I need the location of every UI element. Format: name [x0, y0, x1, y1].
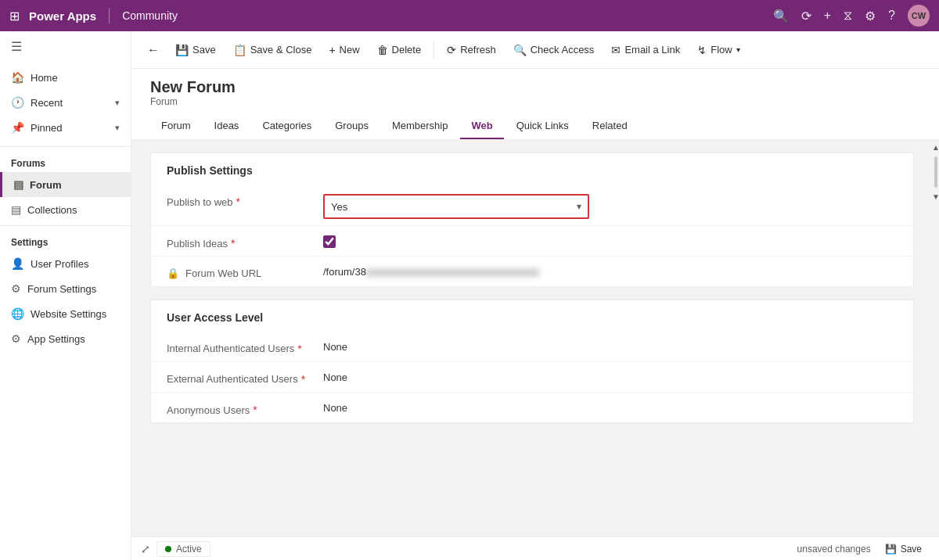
delete-button[interactable]: 🗑 Delete	[369, 40, 430, 60]
scroll-down-arrow[interactable]: ▼	[930, 191, 939, 203]
settings-icon[interactable]: ⚙	[865, 9, 876, 23]
save-label: Save	[192, 44, 216, 56]
waffle-icon[interactable]: ⊞	[9, 9, 20, 23]
forums-group-label: Forums	[0, 150, 131, 172]
sidebar-item-label: Forum	[30, 179, 61, 191]
lock-icon: 🔒	[167, 267, 179, 279]
forum-web-url-row: 🔒 Forum Web URL /forum/38xxxxxxxxxxxxxxx…	[151, 257, 913, 286]
publish-settings-card: Publish Settings Publish to web * Yes ▾	[150, 153, 914, 287]
user-icon: 👤	[11, 257, 24, 270]
tab-membership[interactable]: Membership	[381, 113, 459, 139]
scroll-up-arrow[interactable]: ▲	[930, 142, 939, 153]
sidebar-menu-icon[interactable]: ☰	[0, 31, 131, 62]
refresh-button[interactable]: ⟳ Refresh	[439, 40, 504, 60]
sidebar-item-forum-settings[interactable]: ⚙ Forum Settings	[0, 276, 131, 301]
sidebar-item-label: Recent	[31, 97, 63, 109]
page-title: New Forum	[150, 78, 920, 96]
status-active-indicator[interactable]: Active	[156, 541, 210, 557]
anonymous-users-row: Anonymous Users * None	[151, 393, 913, 422]
forum-url-text: /forum/38xxxxxxxxxxxxxxxxxxxxxxxxxxxxxxx…	[323, 266, 539, 278]
tab-ideas[interactable]: Ideas	[203, 113, 250, 139]
sidebar-item-label: Forum Settings	[27, 283, 96, 295]
chevron-down-icon: ▾	[115, 123, 120, 133]
status-save-label: Save	[901, 544, 922, 555]
expand-icon[interactable]: ⤢	[141, 543, 150, 555]
sidebar-item-pinned[interactable]: 📌 Pinned ▾	[0, 115, 131, 140]
publish-to-web-value: Yes ▾	[323, 191, 898, 219]
nav-divider	[109, 8, 110, 23]
sidebar-divider	[0, 146, 131, 147]
save-button[interactable]: 💾 Save	[167, 40, 224, 60]
active-label: Active	[176, 544, 202, 555]
user-access-card: User Access Level Internal Authenticated…	[150, 300, 914, 423]
check-access-button[interactable]: 🔍 Check Access	[505, 40, 603, 60]
anonymous-users-label: Anonymous Users *	[167, 399, 323, 416]
right-scrollbar[interactable]: ▲ ▼	[933, 140, 939, 537]
blurred-url: xxxxxxxxxxxxxxxxxxxxxxxxxxxxxxxxxx	[366, 266, 539, 278]
recent-icon: 🕐	[11, 96, 24, 109]
top-nav: ⊞ Power Apps Community 🔍 ⟳ + ⧖ ⚙ ? CW	[0, 0, 939, 31]
back-button[interactable]: ←	[141, 39, 166, 61]
flow-button[interactable]: ↯ Flow ▾	[689, 40, 747, 60]
sidebar-item-label: Pinned	[31, 122, 62, 134]
internal-auth-label: Internal Authenticated Users *	[167, 338, 323, 355]
tab-web[interactable]: Web	[460, 113, 503, 139]
flow-label: Flow	[711, 44, 732, 56]
sidebar-item-collections[interactable]: ▤ Collections	[0, 197, 131, 222]
email-link-button[interactable]: ✉ Email a Link	[603, 40, 688, 60]
publish-ideas-checkbox[interactable]	[323, 235, 336, 248]
scroll-thumb[interactable]	[934, 156, 937, 188]
settings-group-label: Settings	[0, 229, 131, 251]
sidebar-item-user-profiles[interactable]: 👤 User Profiles	[0, 251, 131, 276]
external-auth-value: None	[323, 368, 898, 383]
sidebar-item-label: Collections	[27, 204, 77, 216]
status-save-button[interactable]: 💾 Save	[877, 541, 930, 557]
external-auth-label: External Authenticated Users *	[167, 368, 323, 386]
tab-groups[interactable]: Groups	[324, 113, 380, 139]
publish-ideas-label: Publish Ideas *	[167, 232, 323, 249]
new-icon: +	[329, 44, 335, 56]
save-close-button[interactable]: 📋 Save & Close	[225, 40, 320, 60]
filter-icon[interactable]: ⧖	[844, 9, 852, 23]
chevron-down-icon: ▾	[736, 45, 740, 54]
tab-related[interactable]: Related	[581, 113, 639, 139]
chevron-down-icon: ▾	[577, 201, 581, 212]
sidebar-item-recent[interactable]: 🕐 Recent ▾	[0, 90, 131, 115]
tab-quick-links[interactable]: Quick Links	[505, 113, 580, 139]
flow-icon: ↯	[697, 44, 707, 56]
required-indicator: *	[297, 343, 301, 355]
app-gear-icon: ⚙	[11, 332, 21, 345]
search-icon[interactable]: 🔍	[773, 9, 789, 23]
status-save-icon: 💾	[885, 544, 897, 555]
tab-categories[interactable]: Categories	[251, 113, 322, 139]
globe-icon: 🌐	[11, 307, 24, 320]
tab-forum[interactable]: Forum	[150, 113, 202, 139]
sidebar-item-website-settings[interactable]: 🌐 Website Settings	[0, 301, 131, 326]
anonymous-users-value: None	[323, 399, 898, 414]
sidebar-item-forum[interactable]: ▤ Forum	[0, 172, 131, 197]
unsaved-changes-label: unsaved changes	[797, 544, 871, 555]
collections-icon: ▤	[11, 203, 21, 216]
sidebar-item-app-settings[interactable]: ⚙ App Settings	[0, 326, 131, 351]
status-bar: ⤢ Active unsaved changes 💾 Save	[131, 537, 939, 560]
new-button[interactable]: + New	[321, 40, 367, 60]
gear-icon: ⚙	[11, 282, 21, 295]
page-tabs: Forum Ideas Categories Groups Membership…	[150, 113, 920, 139]
sidebar-item-home[interactable]: 🏠 Home	[0, 65, 131, 90]
pin-icon: 📌	[11, 121, 24, 134]
add-icon[interactable]: +	[824, 9, 831, 23]
save-icon: 💾	[175, 44, 189, 56]
forum-web-url-value: /forum/38xxxxxxxxxxxxxxxxxxxxxxxxxxxxxxx…	[323, 263, 898, 278]
sync-icon[interactable]: ⟳	[801, 9, 811, 23]
sidebar-divider-2	[0, 225, 131, 226]
internal-auth-value: None	[323, 338, 898, 353]
user-avatar[interactable]: CW	[908, 5, 930, 27]
save-close-label: Save & Close	[250, 44, 312, 56]
publish-to-web-select[interactable]: Yes ▾	[323, 194, 589, 219]
chevron-down-icon: ▾	[115, 98, 120, 108]
email-icon: ✉	[611, 44, 621, 56]
environment-label: Community	[122, 9, 178, 22]
user-access-title: User Access Level	[151, 300, 913, 332]
delete-icon: 🗑	[377, 44, 388, 56]
help-icon[interactable]: ?	[888, 9, 895, 23]
